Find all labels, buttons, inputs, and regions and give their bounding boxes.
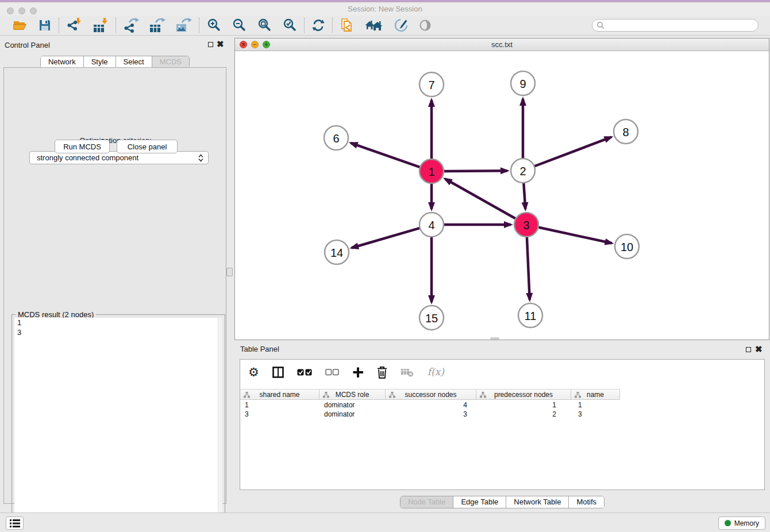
column-header[interactable]: shared name (240, 390, 319, 399)
memory-label: Memory (734, 519, 759, 527)
network-view-window: × − + scc.txt 7968124314101511 (234, 38, 769, 340)
mcds-result-lines: 13 (14, 318, 222, 337)
tab-network-table[interactable]: Network Table (506, 496, 568, 508)
float-panel-icon[interactable] (208, 42, 213, 47)
search-icon (596, 21, 605, 29)
import-network-button[interactable] (66, 17, 82, 33)
refresh-icon (311, 18, 325, 32)
graph-edge[interactable] (523, 183, 525, 209)
tab-mcds[interactable]: MCDS (152, 56, 189, 68)
graph-edge[interactable] (534, 137, 611, 167)
mcds-result-group: MCDS result (2 nodes) 13 (11, 314, 225, 531)
delete-column-button[interactable] (377, 366, 387, 379)
graph-edge[interactable] (352, 228, 420, 248)
optimization-criterion-label: Optimization criterion: (4, 136, 227, 145)
add-column-button[interactable] (352, 367, 364, 378)
first-neighbors-button[interactable] (365, 18, 383, 32)
mcds-result-text[interactable]: 13 (14, 318, 222, 528)
graph-edge[interactable] (445, 179, 516, 218)
close-table-panel-icon[interactable]: ✖ (755, 346, 763, 353)
close-view-button[interactable]: × (240, 41, 247, 48)
table-cell[interactable]: 3 (386, 410, 476, 419)
view-splitter-handle[interactable] (490, 337, 499, 340)
table-cell[interactable]: 1 (476, 400, 571, 410)
table-tabs: Node Table Edge Table Network Table Moti… (234, 496, 770, 508)
zoom-in-button[interactable] (206, 18, 221, 33)
memory-button[interactable]: Memory (718, 516, 765, 530)
table-row[interactable]: 3dominator323 (240, 410, 764, 419)
save-session-button[interactable] (38, 18, 52, 32)
tab-select[interactable]: Select (116, 56, 152, 68)
minimize-view-button[interactable]: − (251, 41, 259, 48)
panel-splitter-handle[interactable] (226, 268, 233, 276)
function-builder-button[interactable]: f(x) (428, 372, 444, 373)
column-header-label: successor nodes (405, 391, 456, 399)
network-window-titlebar[interactable]: × − + scc.txt (235, 38, 769, 51)
graph-node-label: 8 (622, 126, 629, 138)
graph-edge[interactable] (351, 143, 421, 167)
tab-edge-table[interactable]: Edge Table (453, 496, 506, 508)
node-table-container: ⚙ (240, 359, 765, 490)
table-cell[interactable]: 4 (386, 400, 476, 410)
table-cell[interactable]: 3 (571, 410, 620, 419)
search-input[interactable] (592, 19, 759, 32)
graph-node-label: 9 (519, 78, 526, 90)
table-cell[interactable]: 1 (240, 400, 319, 410)
close-window-button[interactable] (7, 7, 14, 14)
float-table-panel-icon[interactable] (746, 347, 751, 352)
table-cell[interactable]: 3 (240, 410, 319, 419)
result-scrollbar[interactable] (218, 318, 222, 528)
select-all-columns-button[interactable] (297, 368, 312, 376)
zoom-selected-button[interactable] (282, 18, 297, 33)
split-pane-icon (272, 367, 284, 378)
table-rows: 1dominator4113dominator323 (240, 400, 764, 419)
open-file-button[interactable] (13, 18, 28, 32)
export-image-button[interactable] (176, 17, 192, 33)
search-box (592, 19, 759, 32)
zoom-window-button[interactable] (30, 7, 37, 14)
close-panel-button[interactable]: Close panel (117, 140, 178, 153)
graph-edge[interactable] (444, 171, 507, 171)
table-row[interactable]: 1dominator411 (240, 400, 764, 410)
zoom-fit-button[interactable] (257, 18, 272, 33)
export-table-icon (149, 17, 165, 33)
export-network-button[interactable] (123, 17, 139, 33)
table-cell[interactable]: dominator (319, 410, 386, 419)
close-panel-icon[interactable]: ✖ (217, 41, 224, 48)
graph-node-label: 1 (428, 165, 434, 178)
table-settings-button[interactable]: ⚙ (248, 367, 259, 379)
maximize-view-button[interactable]: + (263, 41, 270, 48)
graph-node-label: 7 (428, 79, 434, 91)
set-style-button[interactable] (394, 18, 409, 33)
tab-style[interactable]: Style (83, 56, 116, 68)
split-panel-button[interactable] (272, 367, 284, 378)
tab-node-table[interactable]: Node Table (401, 496, 453, 508)
table-cell[interactable]: 1 (571, 400, 620, 410)
task-history-button[interactable] (6, 516, 24, 530)
delete-table-button[interactable] (401, 368, 414, 377)
column-header[interactable]: MCDS role (319, 390, 386, 399)
graph-edge[interactable] (538, 228, 612, 244)
table-cell[interactable]: 2 (476, 410, 571, 419)
table-cell[interactable]: dominator (319, 400, 386, 410)
table-panel: Table Panel ✖ ⚙ (234, 342, 770, 512)
column-header[interactable]: name (571, 390, 620, 399)
export-table-button[interactable] (149, 17, 165, 33)
clone-network-button[interactable] (340, 17, 355, 33)
checked-boxes-icon (297, 368, 312, 376)
import-table-button[interactable] (93, 17, 109, 33)
tab-motifs[interactable]: Motifs (568, 496, 604, 508)
show-graphics-details-button[interactable] (419, 19, 432, 32)
column-header[interactable]: successor nodes (386, 390, 476, 399)
zoom-out-button[interactable] (232, 18, 247, 33)
sort-tree-icon (575, 392, 581, 398)
column-header[interactable]: predecessor nodes (476, 390, 571, 399)
apply-layout-button[interactable] (311, 18, 325, 32)
deselect-all-columns-button[interactable] (325, 368, 339, 376)
run-mcds-button[interactable]: Run MCDS (55, 140, 110, 153)
graph-edge[interactable] (527, 237, 530, 300)
graph-node-label: 2 (519, 165, 526, 178)
tab-network[interactable]: Network (41, 56, 83, 68)
minimize-window-button[interactable] (18, 7, 25, 14)
network-canvas[interactable]: 7968124314101511 (235, 51, 769, 340)
